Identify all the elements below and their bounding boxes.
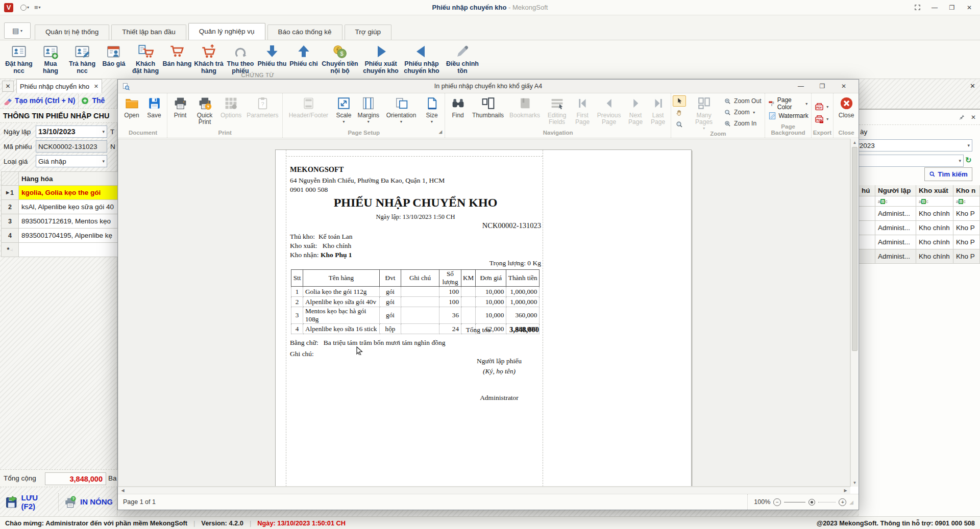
column-header[interactable]: Người lập [875,185,916,196]
zoom-in-button[interactable]: Zoom In [722,118,763,129]
ribbon-button-phieu-xuat-chuyen-kho[interactable]: Phiếu xuất chuyển kho [360,42,401,75]
zoom-slider-knob[interactable] [808,499,815,506]
preview-titlebar[interactable]: In phiếu nhập chuyển kho khổ giấy A4 — ❐… [118,80,859,93]
preview-maximize-button[interactable]: ❐ [812,81,833,91]
thumbnails-button[interactable]: Thumbnails [469,93,507,119]
ribbon-button-khach-tra-hang[interactable]: Khách trả hàng [193,42,225,75]
document-tab[interactable]: Phiếu nhập chuyển kho✕ [16,79,102,93]
preview-close-button[interactable]: ✕ [833,81,854,91]
quick-print-button[interactable]: Quick Print [191,93,218,125]
triangle-left-icon [413,43,430,60]
table-row[interactable]: Administ...Kho chínhKho P [859,221,980,235]
scroll-left-icon[interactable]: ◀ [119,487,127,494]
maximize-button[interactable]: ❐ [944,2,960,13]
fullscreen-button[interactable] [910,2,925,13]
hand-tool-button[interactable] [673,107,686,118]
minimize-button[interactable]: — [927,2,942,13]
abc-filter-icon[interactable]: aBc [956,199,966,204]
ribbon-button-ban-hang[interactable]: Bán hàng [161,42,193,68]
grid-column-header[interactable]: Hàng hóa [19,172,117,185]
zoom-button[interactable]: Zoom▼ [722,107,763,118]
add-button[interactable]: Thê [79,93,107,108]
ribbon-button-chuyen-tien-noi-bo[interactable]: Chuyển tiền nội bộ [320,42,360,75]
ribbon-button-bao-gia[interactable]: Báo giá [98,42,130,68]
create-new-button[interactable]: Tạo mới (Ctrl + N) [0,93,78,108]
scale-button[interactable]: Scale▼ [332,93,355,123]
pointer-tool-button[interactable] [673,95,686,107]
grid-row[interactable]: 2ksAl, Alpenlibe kẹo sữa gói 40 [1,200,117,214]
scroll-up-icon[interactable]: ▲ [851,139,859,146]
ribbon-button-phieu-nhap-chuyen-kho[interactable]: Phiếu nhập chuyển kho [401,42,442,75]
ribbon-button-dat-hang-ncc[interactable]: Đặt hàng ncc [3,42,35,75]
grid-new-row[interactable]: *-: [1,243,117,257]
price-type-select[interactable]: Giá nhập▾ [36,155,107,167]
abc-filter-icon[interactable]: aBc [919,199,928,204]
zoom-plus-button[interactable]: + [839,498,846,506]
application-menu-button[interactable]: ▤▾ [4,22,31,39]
grid-row[interactable]: ▶1kgolia, Golia kẹo the gói [1,186,117,200]
grid-row[interactable]: 48935001704195, Alpenlibe kẹ [1,229,117,243]
close-button[interactable]: ✕ [962,2,977,13]
year-select[interactable]: /2023▾ [855,139,972,152]
ribbon-button-tra-hang-ncc[interactable]: Trả hàng ncc [66,42,98,75]
zoom-out-button[interactable]: Zoom Out [722,95,763,107]
zoom-minus-button[interactable]: − [773,498,781,506]
table-row[interactable]: Administ...Kho chínhKho P [859,207,980,221]
filter-select[interactable]: ▾ [855,155,964,167]
tab-quan-ly-nghiep-vu[interactable]: Quản lý nghiệp vụ [188,23,265,40]
resize-grip-icon[interactable]: ◢ [849,499,853,505]
margins-button[interactable]: Margins▼ [355,93,382,123]
column-header[interactable]: Kho xuất [916,185,953,196]
column-header[interactable]: Kho n [953,185,980,196]
ribbon-button-khach-dat-hang[interactable]: Khách đặt hàng [130,42,161,75]
size-button[interactable]: Size▼ [421,93,443,123]
table-row[interactable]: Administ...Kho chínhKho P [859,235,980,249]
table-row[interactable]: Administ...Kho chínhKho P [859,249,980,264]
watermark-button[interactable]: Watermark [767,110,809,122]
scrollbar-thumb[interactable] [852,147,857,351]
date-picker[interactable]: 13/10/2023▾ [36,125,107,138]
ribbon-button-phieu-thu[interactable]: Phiếu thu [256,42,288,68]
hot-print-button[interactable]: IN NÓNG [59,492,117,512]
tab-quan-tri-he-thong[interactable]: Quản trị hệ thống [35,24,109,40]
tab-thiet-lap-ban-dau[interactable]: Thiết lập ban đầu [111,24,186,40]
save-button[interactable]: LƯU (F2) [0,492,58,512]
tab-tro-giup[interactable]: Trợ giúp [345,24,391,40]
preview-minimize-button[interactable]: — [790,81,812,91]
ribbon-button-dieu-chinh-ton[interactable]: Điều chỉnh tồn [442,42,483,75]
chevron-down-icon[interactable]: ▾ [102,129,105,134]
search-button[interactable]: Tìm kiếm [924,167,972,181]
grid-row[interactable]: 38935001712619, Mentos kẹo [1,214,117,229]
column-header[interactable]: hú [859,185,875,196]
page-color-button[interactable]: Page Color▼ [767,97,809,110]
chevron-down-icon[interactable]: ▾ [102,159,105,164]
ribbon-button-phieu-chi[interactable]: Phiếu chi [288,42,320,68]
tab-close-icon[interactable]: ✕ [94,83,99,90]
print-button[interactable]: Print [169,93,191,119]
ribbon-button-mua-hang[interactable]: Mua hàng [35,42,66,75]
tab-bao-cao-thong-ke[interactable]: Báo cáo thống kê [267,24,342,40]
find-button[interactable]: Find [447,93,469,119]
close-preview-button[interactable]: Close [835,93,857,119]
preview-document-area[interactable]: MEKONGSOFT 64 Nguyễn Đình Chiểu, Phường … [118,139,850,487]
code-field[interactable]: NCK00002-131023 [36,140,107,153]
magnifier-tool-button[interactable] [673,119,686,130]
scroll-down-icon[interactable]: ▼ [851,479,859,487]
horizontal-scrollbar[interactable]: ◀ ▶ [118,487,850,494]
refresh-icon[interactable]: ↻ [965,156,972,165]
panel-area-close-button[interactable]: ✕ [970,82,975,90]
zoom-out-icon [724,97,731,105]
vertical-scrollbar[interactable]: ▲ ▼ [850,139,858,487]
scroll-right-icon[interactable]: ▶ [842,487,849,494]
pin-icon[interactable] [959,114,966,121]
email-pdf-button[interactable]: ▼ [813,113,830,125]
open-button[interactable]: Open [120,93,143,119]
export-pdf-button[interactable]: ▼ [813,100,830,113]
save-button[interactable]: Save [143,93,165,119]
close-all-tabs-button[interactable]: ✕ [2,81,14,92]
panel-close-icon[interactable]: ✕ [971,114,976,121]
abc-filter-icon[interactable]: aBc [878,199,888,204]
orientation-button[interactable]: Orientation▼ [382,93,421,123]
ribbon-button-thu-theo-phieu[interactable]: Thu theo phiếu [225,42,256,75]
page-setup-dialog-launcher[interactable]: ◢ [439,130,442,134]
